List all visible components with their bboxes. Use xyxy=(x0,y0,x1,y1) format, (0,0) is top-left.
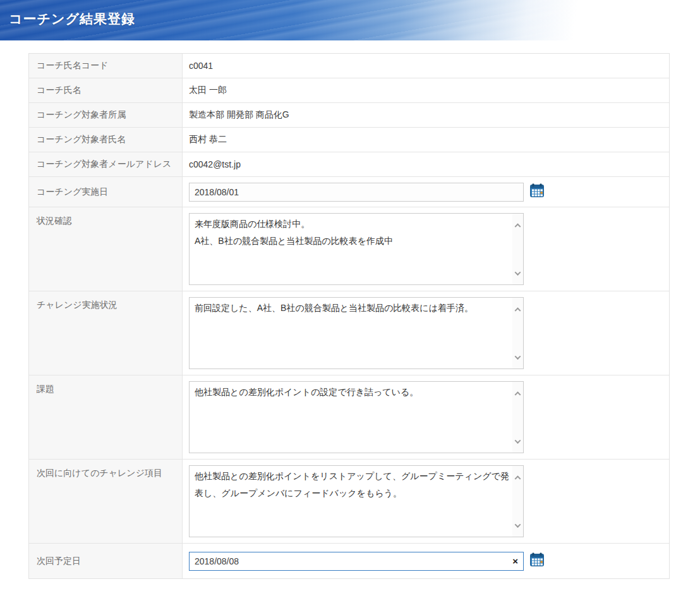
session-date-value-cell xyxy=(183,177,669,207)
coach-code-label: コーチ氏名コード xyxy=(29,54,183,78)
session-date-input[interactable] xyxy=(189,183,524,202)
row-next-challenge: 次回に向けてのチャレンジ項目 他社製品との差別化ポイントをリストアップして、グル… xyxy=(29,460,669,544)
chevron-up-icon xyxy=(515,391,521,398)
next-challenge-textarea[interactable]: 他社製品との差別化ポイントをリストアップして、グループミーティングで発表し、グル… xyxy=(190,466,512,537)
challenge-status-scrollbar[interactable] xyxy=(512,298,523,369)
coach-name-label: コーチ氏名 xyxy=(29,78,183,102)
target-name-label: コーチング対象者氏名 xyxy=(29,128,183,152)
row-session-date: コーチング実施日 xyxy=(29,177,669,207)
scroll-up-button[interactable] xyxy=(512,303,523,314)
status-check-label: 状況確認 xyxy=(29,207,183,291)
coaching-result-form: コーチ氏名コード c0041 コーチ氏名 太田 一郎 コーチング対象者所属 製造… xyxy=(28,53,670,579)
challenge-status-value-cell: 前回設定した、A社、B社の競合製品と当社製品の比較表には着手済。 xyxy=(183,291,669,375)
row-challenge-status: チャレンジ実施状況 前回設定した、A社、B社の競合製品と当社製品の比較表には着手… xyxy=(29,291,669,375)
issues-label: 課題 xyxy=(29,375,183,459)
calendar-icon xyxy=(530,552,544,566)
scroll-down-button[interactable] xyxy=(512,268,523,279)
target-name-value: 西村 恭二 xyxy=(189,134,227,145)
next-date-label: 次回予定日 xyxy=(29,544,183,578)
x-clear-icon: × xyxy=(512,556,518,566)
session-date-label: コーチング実施日 xyxy=(29,177,183,207)
issues-textarea[interactable]: 他社製品との差別化ポイントの設定で行き詰っている。 xyxy=(190,382,512,453)
scroll-down-button[interactable] xyxy=(512,352,523,363)
chevron-down-icon xyxy=(515,521,521,528)
status-check-textarea-box: 来年度版商品の仕様検討中。 A社、B社の競合製品と当社製品の比較表を作成中 xyxy=(189,213,524,285)
calendar-icon xyxy=(530,183,544,197)
coach-name-value-cell: 太田 一郎 xyxy=(183,78,669,102)
next-date-input[interactable] xyxy=(189,552,524,571)
issues-textarea-box: 他社製品との差別化ポイントの設定で行き詰っている。 xyxy=(189,381,524,453)
chevron-down-icon xyxy=(515,437,521,444)
target-affiliation-value-cell: 製造本部 開発部 商品化G xyxy=(183,103,669,127)
status-check-textarea[interactable]: 来年度版商品の仕様検討中。 A社、B社の競合製品と当社製品の比較表を作成中 xyxy=(190,214,512,284)
coach-code-value-cell: c0041 xyxy=(183,54,669,78)
scroll-up-button[interactable] xyxy=(512,472,523,482)
row-target-email: コーチング対象者メールアドレス c0042@tst.jp xyxy=(29,152,669,177)
issues-value-cell: 他社製品との差別化ポイントの設定で行き詰っている。 xyxy=(183,375,669,459)
scroll-down-button[interactable] xyxy=(512,520,523,531)
chevron-down-icon xyxy=(515,269,521,276)
row-coach-code: コーチ氏名コード c0041 xyxy=(29,54,669,78)
target-affiliation-label: コーチング対象者所属 xyxy=(29,103,183,127)
next-challenge-value-cell: 他社製品との差別化ポイントをリストアップして、グループミーティングで発表し、グル… xyxy=(183,460,669,543)
chevron-up-icon xyxy=(515,307,521,314)
row-issues: 課題 他社製品との差別化ポイントの設定で行き詰っている。 xyxy=(29,375,669,460)
next-date-input-wrap: × xyxy=(189,552,524,571)
row-coach-name: コーチ氏名 太田 一郎 xyxy=(29,78,669,103)
next-challenge-textarea-box: 他社製品との差別化ポイントをリストアップして、グループミーティングで発表し、グル… xyxy=(189,465,524,537)
row-next-date: 次回予定日 × xyxy=(29,544,669,578)
scroll-up-button[interactable] xyxy=(512,387,523,398)
session-date-input-wrap xyxy=(189,183,524,202)
page-title: コーチング結果登録 xyxy=(0,0,700,28)
clear-input-button[interactable]: × xyxy=(512,556,518,566)
target-name-value-cell: 西村 恭二 xyxy=(183,128,669,152)
row-target-affiliation: コーチング対象者所属 製造本部 開発部 商品化G xyxy=(29,103,669,128)
next-date-value-cell: × xyxy=(183,544,669,578)
next-challenge-scrollbar[interactable] xyxy=(512,466,523,537)
target-email-value-cell: c0042@tst.jp xyxy=(183,152,669,176)
target-affiliation-value: 製造本部 開発部 商品化G xyxy=(189,109,289,121)
chevron-up-icon xyxy=(515,223,521,229)
challenge-status-label: チャレンジ実施状況 xyxy=(29,291,183,375)
status-check-scrollbar[interactable] xyxy=(512,214,523,284)
status-check-value-cell: 来年度版商品の仕様検討中。 A社、B社の競合製品と当社製品の比較表を作成中 xyxy=(183,207,669,291)
coach-name-value: 太田 一郎 xyxy=(189,85,227,96)
scroll-up-button[interactable] xyxy=(512,219,523,230)
challenge-status-textarea[interactable]: 前回設定した、A社、B社の競合製品と当社製品の比較表には着手済。 xyxy=(190,298,512,369)
next-date-calendar-button[interactable] xyxy=(530,552,544,566)
row-status-check: 状況確認 来年度版商品の仕様検討中。 A社、B社の競合製品と当社製品の比較表を作… xyxy=(29,207,669,291)
target-email-label: コーチング対象者メールアドレス xyxy=(29,152,183,176)
issues-scrollbar[interactable] xyxy=(512,382,523,453)
coach-code-value: c0041 xyxy=(189,61,213,71)
session-date-calendar-button[interactable] xyxy=(530,183,544,197)
chevron-down-icon xyxy=(515,353,521,360)
row-target-name: コーチング対象者氏名 西村 恭二 xyxy=(29,128,669,152)
scroll-down-button[interactable] xyxy=(512,436,523,447)
challenge-status-textarea-box: 前回設定した、A社、B社の競合製品と当社製品の比較表には着手済。 xyxy=(189,297,524,369)
page-header: コーチング結果登録 xyxy=(0,0,700,40)
chevron-up-icon xyxy=(515,475,521,482)
target-email-value: c0042@tst.jp xyxy=(189,159,241,169)
next-challenge-label: 次回に向けてのチャレンジ項目 xyxy=(29,460,183,543)
